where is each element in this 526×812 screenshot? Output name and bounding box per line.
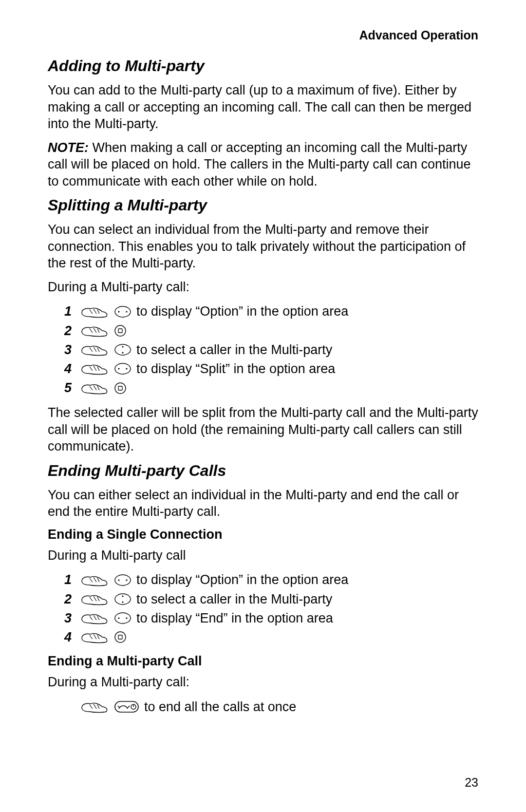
step-number: 1 [64,570,75,589]
step-text: to select a caller in the Multi-party [136,590,478,609]
end-call-icon [114,700,139,714]
note-body: When making a call or accepting an incom… [48,140,470,189]
step-item: 2 [64,321,478,340]
step-number: 2 [64,590,75,609]
hand-icon [80,343,109,357]
nav-vertical-icon [114,343,132,357]
step-text: to display “End” in the option area [136,609,478,628]
header-section-label: Advanced Operation [48,28,478,42]
hand-icon [80,700,109,714]
step-item: 4 to display “Split” in the option area [64,359,478,378]
nav-horizontal-icon [114,573,132,587]
adding-note: NOTE: When making a call or accepting an… [48,139,478,190]
page-number: 23 [465,775,478,790]
step-number: 1 [64,302,75,321]
hand-icon [80,611,109,625]
hand-icon [80,324,109,338]
step-item: 4 [64,628,478,647]
ending-paragraph-1: You can either select an individual in t… [48,487,478,520]
ending-single-lead: During a Multi-party call [48,547,478,564]
note-label: NOTE: [48,140,89,155]
nav-horizontal-icon [114,362,132,376]
splitting-after: The selected caller will be split from t… [48,404,478,455]
hand-icon [80,630,109,644]
nav-horizontal-icon [114,611,132,625]
step-number: 4 [64,628,75,647]
step-item: 1 to display “Option” in the option area [64,570,478,589]
heading-ending: Ending Multi-party Calls [48,462,478,480]
hand-icon [80,573,109,587]
step-number: 3 [64,609,75,628]
step-item: 1 to display “Option” in the option area [64,302,478,321]
step-item: 3 to select a caller in the Multi-party [64,340,478,359]
splitting-lead: During a Multi-party call: [48,279,478,296]
step-item: 2 to select a caller in the Multi-party [64,590,478,609]
select-icon [114,631,127,643]
step-text: to end all the calls at once [144,698,478,717]
heading-adding: Adding to Multi-party [48,57,478,75]
nav-vertical-icon [114,592,132,606]
select-icon [114,324,127,337]
hand-icon [80,305,109,319]
step-text: to display “Option” in the option area [136,302,478,321]
select-icon [114,382,127,395]
step-text: to display “Option” in the option area [136,570,478,589]
step-text: to select a caller in the Multi-party [136,340,478,359]
step-number: 2 [64,321,75,340]
splitting-steps: 1 to display “Option” in the option area… [48,302,478,397]
step-number: 5 [64,378,75,397]
heading-splitting: Splitting a Multi-party [48,196,478,214]
hand-icon [80,362,109,376]
ending-all-steps: to end all the calls at once [48,698,478,717]
step-item: 3 to display “End” in the option area [64,609,478,628]
ending-all-lead: During a Multi-party call: [48,674,478,691]
step-text: to display “Split” in the option area [136,359,478,378]
adding-paragraph-1: You can add to the Multi-party call (up … [48,82,478,132]
step-number: 3 [64,340,75,359]
splitting-paragraph-1: You can select an individual from the Mu… [48,221,478,272]
step-item: to end all the calls at once [64,698,478,717]
step-number: 4 [64,359,75,378]
hand-icon [80,592,109,606]
step-item: 5 [64,378,478,397]
subheading-ending-all: Ending a Multi-party Call [48,654,478,669]
nav-horizontal-icon [114,305,132,319]
subheading-ending-single: Ending a Single Connection [48,527,478,542]
ending-single-steps: 1 to display “Option” in the option area… [48,570,478,647]
hand-icon [80,381,109,395]
